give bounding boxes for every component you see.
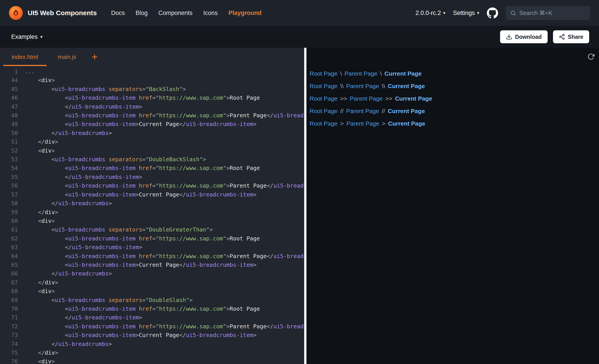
line-number: 53 <box>0 155 18 164</box>
code-line: 62 <ui5-breadcrumbs-item href="https://w… <box>0 234 304 243</box>
breadcrumb-separator: \\ <box>340 83 344 90</box>
page-title[interactable]: UI5 Web Components <box>28 9 97 17</box>
line-number: 57 <box>0 190 18 199</box>
download-button[interactable]: Download <box>500 30 547 43</box>
add-tab-button[interactable]: + <box>86 48 103 66</box>
settings-dropdown[interactable]: Settings ▾ <box>453 9 479 17</box>
code-line: 66 </ui5-breadcrumbs> <box>0 269 304 278</box>
search-icon <box>510 10 516 16</box>
line-number: 1 <box>0 67 18 76</box>
line-number: 50 <box>0 129 18 137</box>
search-box <box>506 6 590 20</box>
preview-breadcrumbs: Root Page\Parent Page\Current PageRoot P… <box>309 67 599 130</box>
breadcrumb-current: Current Page <box>395 95 432 102</box>
code-line: 68 <div> <box>0 287 304 296</box>
line-number: 73 <box>0 331 18 339</box>
preview-panel: Root Page\Parent Page\Current PageRoot P… <box>306 48 599 364</box>
line-number: 55 <box>0 173 18 181</box>
breadcrumb-link[interactable]: Parent Page <box>346 120 379 127</box>
breadcrumb-link[interactable]: Parent Page <box>346 83 379 90</box>
refresh-button[interactable] <box>587 53 595 60</box>
line-number: 44 <box>0 76 18 85</box>
share-button[interactable]: Share <box>553 30 589 43</box>
code-line: 56 <ui5-breadcrumbs-item href="https://w… <box>0 181 304 190</box>
breadcrumb: Root Page>Parent Page>Current Page <box>309 117 599 130</box>
breadcrumb-current: Current Page <box>388 120 425 127</box>
line-number: 66 <box>0 269 18 278</box>
code-line: 65 <ui5-breadcrumbs-item>Current Page</u… <box>0 261 304 269</box>
breadcrumb-separator: > <box>382 120 385 127</box>
download-label: Download <box>515 34 542 40</box>
split-handle[interactable] <box>304 48 306 364</box>
download-icon <box>506 34 512 40</box>
code-line: 61 <ui5-breadcrumbs separators="DoubleGr… <box>0 225 304 234</box>
breadcrumb-current: Current Page <box>388 83 425 90</box>
breadcrumb-link[interactable]: Root Page <box>309 120 337 127</box>
code-line: 74 </ui5-breadcrumbs> <box>0 340 304 348</box>
nav-item-docs[interactable]: Docs <box>111 9 125 17</box>
code-line: 67 </div> <box>0 278 304 287</box>
code-line: 1... <box>0 67 304 76</box>
tab-index-html[interactable]: index.html <box>2 48 48 66</box>
nav-item-blog[interactable]: Blog <box>136 9 148 17</box>
breadcrumb-link[interactable]: Root Page <box>309 70 337 77</box>
code-line: 69 <ui5-breadcrumbs separators="DoubleSl… <box>0 296 304 305</box>
line-number: 60 <box>0 217 18 225</box>
line-number: 46 <box>0 93 18 102</box>
ui5-logo[interactable] <box>9 6 23 20</box>
breadcrumb-separator: // <box>382 108 385 115</box>
code-line: 75 </div> <box>0 348 304 357</box>
code-line: 60 <div> <box>0 217 304 225</box>
line-number: 52 <box>0 146 18 155</box>
line-number: 63 <box>0 243 18 252</box>
line-number: 56 <box>0 181 18 190</box>
nav-item-components[interactable]: Components <box>158 9 193 17</box>
line-number: 54 <box>0 164 18 172</box>
breadcrumb-current: Current Page <box>388 108 425 115</box>
header-right: 2.0.0-rc.2 ▾ Settings ▾ <box>415 6 590 20</box>
nav-item-icons[interactable]: Icons <box>203 9 218 17</box>
search-input[interactable] <box>519 9 586 17</box>
line-number: 72 <box>0 322 18 331</box>
line-number: 75 <box>0 348 18 357</box>
share-label: Share <box>568 34 583 40</box>
version-dropdown[interactable]: 2.0.0-rc.2 ▾ <box>415 9 445 17</box>
breadcrumb-link[interactable]: Root Page <box>309 83 337 90</box>
code-line: 70 <ui5-breadcrumbs-item href="https://w… <box>0 305 304 313</box>
line-number: 51 <box>0 137 18 146</box>
code-line: 55 </ui5-breadcrumbs-item> <box>0 173 304 181</box>
line-number: 45 <box>0 85 18 93</box>
line-number: 69 <box>0 296 18 305</box>
examples-menu[interactable]: Examples ▾ <box>11 34 43 40</box>
code-line: 64 <ui5-breadcrumbs-item href="https://w… <box>0 252 304 261</box>
breadcrumb-separator: \\ <box>382 83 385 90</box>
code-editor-panel: index.html main.js + 1...44 <div>45 <ui5… <box>0 48 304 364</box>
breadcrumb-link[interactable]: Root Page <box>309 95 337 102</box>
line-number: 62 <box>0 234 18 243</box>
editor-tabbar: index.html main.js + <box>0 48 304 66</box>
breadcrumb-link[interactable]: Parent Page <box>346 108 379 115</box>
refresh-icon <box>587 53 595 60</box>
chevron-down-icon: ▾ <box>40 34 43 39</box>
code-line: 47 </ui5-breadcrumbs-item> <box>0 102 304 111</box>
breadcrumb-link[interactable]: Parent Page <box>350 95 383 102</box>
breadcrumb: Root Page>>Parent Page>>Current Page <box>309 92 599 105</box>
code-line: 58 </ui5-breadcrumbs> <box>0 199 304 208</box>
breadcrumb-separator: > <box>340 120 344 127</box>
content: index.html main.js + 1...44 <div>45 <ui5… <box>0 48 599 364</box>
code-lines[interactable]: 1...44 <div>45 <ui5-breadcrumbs separato… <box>0 66 304 364</box>
nav-item-playground[interactable]: Playground <box>229 9 262 17</box>
line-number: 49 <box>0 120 18 128</box>
breadcrumb-link[interactable]: Root Page <box>309 108 337 115</box>
line-number: 74 <box>0 340 18 348</box>
github-link[interactable] <box>487 7 498 18</box>
share-icon <box>559 34 565 40</box>
code-line: 50 </ui5-breadcrumbs> <box>0 129 304 137</box>
settings-label: Settings <box>453 9 475 17</box>
tab-main-js[interactable]: main.js <box>48 48 86 66</box>
examples-toolbar: Examples ▾ Download Share <box>0 26 599 48</box>
code-line: 52 <div> <box>0 146 304 155</box>
breadcrumb-separator: \ <box>340 70 342 77</box>
breadcrumb-link[interactable]: Parent Page <box>345 70 378 77</box>
code-line: 76 <div> <box>0 357 304 364</box>
